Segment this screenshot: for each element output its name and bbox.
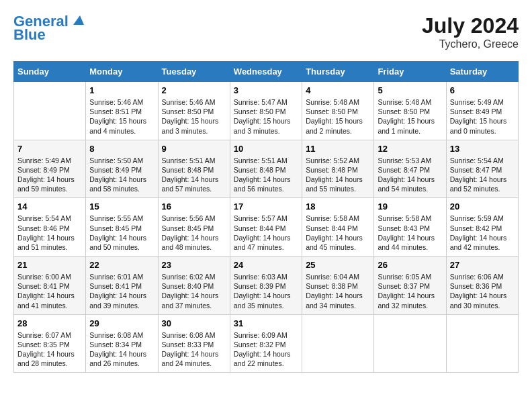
cell-info: Sunrise: 6:02 AMSunset: 8:40 PMDaylight:…: [162, 272, 226, 310]
calendar-cell: 7Sunrise: 5:49 AMSunset: 8:49 PMDaylight…: [14, 140, 86, 198]
calendar-week-row: 14Sunrise: 5:54 AMSunset: 8:46 PMDayligh…: [14, 198, 519, 257]
calendar-week-row: 1Sunrise: 5:46 AMSunset: 8:51 PMDaylight…: [14, 82, 519, 140]
cell-info: Sunrise: 6:06 AMSunset: 8:36 PMDaylight:…: [450, 272, 515, 310]
calendar-cell: 1Sunrise: 5:46 AMSunset: 8:51 PMDaylight…: [86, 82, 158, 140]
day-header-saturday: Saturday: [446, 62, 518, 82]
cell-info: Sunrise: 5:55 AMSunset: 8:45 PMDaylight:…: [89, 214, 154, 252]
calendar-cell: 24Sunrise: 6:03 AMSunset: 8:39 PMDayligh…: [230, 257, 302, 315]
day-number: 23: [162, 260, 226, 270]
day-header-thursday: Thursday: [302, 62, 374, 82]
calendar-cell: 15Sunrise: 5:55 AMSunset: 8:45 PMDayligh…: [86, 198, 158, 257]
cell-info: Sunrise: 5:47 AMSunset: 8:50 PMDaylight:…: [234, 97, 298, 136]
calendar-table: SundayMondayTuesdayWednesdayThursdayFrid…: [13, 61, 519, 373]
cell-info: Sunrise: 6:05 AMSunset: 8:37 PMDaylight:…: [378, 272, 442, 310]
calendar-cell: 6Sunrise: 5:49 AMSunset: 8:49 PMDaylight…: [446, 82, 518, 140]
cell-info: Sunrise: 5:49 AMSunset: 8:49 PMDaylight:…: [450, 97, 515, 136]
day-number: 29: [89, 318, 154, 328]
calendar-week-row: 28Sunrise: 6:07 AMSunset: 8:35 PMDayligh…: [14, 314, 519, 373]
day-number: 8: [89, 144, 154, 154]
calendar-header-row: SundayMondayTuesdayWednesdayThursdayFrid…: [14, 62, 519, 82]
calendar-cell: 13Sunrise: 5:54 AMSunset: 8:47 PMDayligh…: [446, 140, 518, 198]
day-number: 17: [234, 201, 298, 212]
cell-info: Sunrise: 5:52 AMSunset: 8:48 PMDaylight:…: [306, 156, 370, 194]
day-header-tuesday: Tuesday: [158, 62, 230, 82]
cell-info: Sunrise: 5:46 AMSunset: 8:51 PMDaylight:…: [89, 97, 154, 136]
day-number: 24: [234, 260, 298, 270]
cell-info: Sunrise: 6:09 AMSunset: 8:32 PMDaylight:…: [234, 330, 298, 369]
day-header-sunday: Sunday: [14, 62, 86, 82]
calendar-cell: 26Sunrise: 6:05 AMSunset: 8:37 PMDayligh…: [374, 257, 446, 315]
day-number: 13: [450, 144, 515, 154]
cell-info: Sunrise: 6:01 AMSunset: 8:41 PMDaylight:…: [89, 272, 154, 310]
calendar-cell: 8Sunrise: 5:50 AMSunset: 8:49 PMDaylight…: [86, 140, 158, 198]
calendar-cell: [446, 314, 518, 373]
calendar-cell: 19Sunrise: 5:58 AMSunset: 8:43 PMDayligh…: [374, 198, 446, 257]
day-number: 20: [450, 201, 515, 212]
calendar-cell: 20Sunrise: 5:59 AMSunset: 8:42 PMDayligh…: [446, 198, 518, 257]
day-number: 21: [17, 260, 82, 270]
logo-icon: [71, 13, 85, 28]
calendar-cell: 11Sunrise: 5:52 AMSunset: 8:48 PMDayligh…: [302, 140, 374, 198]
day-number: 12: [378, 144, 442, 154]
calendar-cell: 23Sunrise: 6:02 AMSunset: 8:40 PMDayligh…: [158, 257, 230, 315]
day-number: 25: [306, 260, 370, 270]
title-block: July 2024 Tychero, Greece: [422, 13, 519, 50]
cell-info: Sunrise: 5:56 AMSunset: 8:45 PMDaylight:…: [162, 214, 226, 252]
cell-info: Sunrise: 5:48 AMSunset: 8:50 PMDaylight:…: [378, 97, 442, 136]
calendar-cell: 27Sunrise: 6:06 AMSunset: 8:36 PMDayligh…: [446, 257, 518, 315]
day-number: 18: [306, 201, 370, 212]
calendar-cell: 16Sunrise: 5:56 AMSunset: 8:45 PMDayligh…: [158, 198, 230, 257]
day-number: 3: [234, 85, 298, 95]
svg-marker-0: [73, 15, 84, 25]
cell-info: Sunrise: 5:49 AMSunset: 8:49 PMDaylight:…: [17, 156, 82, 194]
calendar-cell: 10Sunrise: 5:51 AMSunset: 8:48 PMDayligh…: [230, 140, 302, 198]
day-number: 19: [378, 201, 442, 212]
location: Tychero, Greece: [422, 38, 519, 50]
calendar-cell: 5Sunrise: 5:48 AMSunset: 8:50 PMDaylight…: [374, 82, 446, 140]
calendar-cell: 31Sunrise: 6:09 AMSunset: 8:32 PMDayligh…: [230, 314, 302, 373]
logo-blue-text: Blue: [13, 27, 85, 43]
calendar-cell: 29Sunrise: 6:08 AMSunset: 8:34 PMDayligh…: [86, 314, 158, 373]
day-number: 9: [162, 144, 226, 154]
calendar-week-row: 21Sunrise: 6:00 AMSunset: 8:41 PMDayligh…: [14, 257, 519, 315]
day-number: 6: [450, 85, 515, 95]
cell-info: Sunrise: 5:51 AMSunset: 8:48 PMDaylight:…: [234, 156, 298, 194]
day-header-wednesday: Wednesday: [230, 62, 302, 82]
cell-info: Sunrise: 5:50 AMSunset: 8:49 PMDaylight:…: [89, 156, 154, 194]
calendar-week-row: 7Sunrise: 5:49 AMSunset: 8:49 PMDaylight…: [14, 140, 519, 198]
day-number: 31: [234, 318, 298, 328]
calendar-cell: 18Sunrise: 5:58 AMSunset: 8:44 PMDayligh…: [302, 198, 374, 257]
calendar-cell: 17Sunrise: 5:57 AMSunset: 8:44 PMDayligh…: [230, 198, 302, 257]
day-number: 28: [17, 318, 82, 328]
cell-info: Sunrise: 5:53 AMSunset: 8:47 PMDaylight:…: [378, 156, 442, 194]
calendar-cell: 2Sunrise: 5:46 AMSunset: 8:50 PMDaylight…: [158, 82, 230, 140]
day-header-friday: Friday: [374, 62, 446, 82]
page-header: General Blue July 2024 Tychero, Greece: [13, 13, 519, 50]
calendar-cell: 22Sunrise: 6:01 AMSunset: 8:41 PMDayligh…: [86, 257, 158, 315]
calendar-cell: 25Sunrise: 6:04 AMSunset: 8:38 PMDayligh…: [302, 257, 374, 315]
day-number: 30: [162, 318, 226, 328]
day-number: 10: [234, 144, 298, 154]
calendar-cell: [14, 82, 86, 140]
calendar-cell: 4Sunrise: 5:48 AMSunset: 8:50 PMDaylight…: [302, 82, 374, 140]
cell-info: Sunrise: 5:59 AMSunset: 8:42 PMDaylight:…: [450, 214, 515, 252]
calendar-cell: 9Sunrise: 5:51 AMSunset: 8:48 PMDaylight…: [158, 140, 230, 198]
calendar-cell: [374, 314, 446, 373]
calendar-cell: 3Sunrise: 5:47 AMSunset: 8:50 PMDaylight…: [230, 82, 302, 140]
day-number: 26: [378, 260, 442, 270]
cell-info: Sunrise: 6:08 AMSunset: 8:34 PMDaylight:…: [89, 330, 154, 369]
day-number: 27: [450, 260, 515, 270]
cell-info: Sunrise: 6:04 AMSunset: 8:38 PMDaylight:…: [306, 272, 370, 310]
calendar-cell: 21Sunrise: 6:00 AMSunset: 8:41 PMDayligh…: [14, 257, 86, 315]
day-number: 4: [306, 85, 370, 95]
calendar-cell: [302, 314, 374, 373]
cell-info: Sunrise: 6:00 AMSunset: 8:41 PMDaylight:…: [17, 272, 82, 310]
cell-info: Sunrise: 5:54 AMSunset: 8:46 PMDaylight:…: [17, 214, 82, 252]
day-header-monday: Monday: [86, 62, 158, 82]
cell-info: Sunrise: 5:54 AMSunset: 8:47 PMDaylight:…: [450, 156, 515, 194]
cell-info: Sunrise: 5:48 AMSunset: 8:50 PMDaylight:…: [306, 97, 370, 136]
calendar-cell: 14Sunrise: 5:54 AMSunset: 8:46 PMDayligh…: [14, 198, 86, 257]
calendar-cell: 12Sunrise: 5:53 AMSunset: 8:47 PMDayligh…: [374, 140, 446, 198]
day-number: 5: [378, 85, 442, 95]
cell-info: Sunrise: 5:46 AMSunset: 8:50 PMDaylight:…: [162, 97, 226, 136]
